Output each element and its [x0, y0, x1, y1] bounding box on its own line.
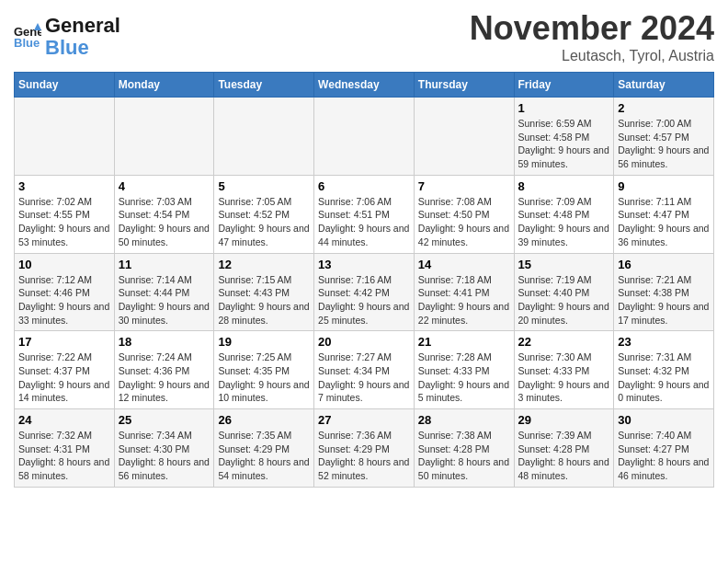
day-info: Sunrise: 7:31 AM Sunset: 4:32 PM Dayligh… — [618, 350, 710, 405]
day-info: Sunrise: 7:38 AM Sunset: 4:28 PM Dayligh… — [418, 429, 510, 483]
day-info: Sunrise: 7:18 AM Sunset: 4:41 PM Dayligh… — [418, 273, 510, 327]
day-info: Sunrise: 7:22 AM Sunset: 4:37 PM Dayligh… — [18, 350, 110, 405]
calendar-cell: 22Sunrise: 7:30 AM Sunset: 4:33 PM Dayli… — [514, 331, 614, 409]
day-info: Sunrise: 7:03 AM Sunset: 4:54 PM Dayligh… — [119, 195, 210, 249]
day-info: Sunrise: 7:36 AM Sunset: 4:29 PM Dayligh… — [318, 429, 410, 483]
calendar-cell: 24Sunrise: 7:32 AM Sunset: 4:31 PM Dayli… — [15, 409, 115, 488]
calendar-week-1: 1Sunrise: 6:59 AM Sunset: 4:58 PM Daylig… — [15, 98, 714, 176]
calendar-cell: 4Sunrise: 7:03 AM Sunset: 4:54 PM Daylig… — [114, 175, 214, 253]
calendar-cell: 7Sunrise: 7:08 AM Sunset: 4:50 PM Daylig… — [414, 175, 514, 253]
day-number: 2 — [618, 101, 710, 115]
day-info: Sunrise: 7:40 AM Sunset: 4:27 PM Dayligh… — [618, 429, 710, 483]
day-number: 8 — [518, 179, 610, 193]
calendar-cell — [114, 98, 214, 176]
calendar-cell: 9Sunrise: 7:11 AM Sunset: 4:47 PM Daylig… — [614, 175, 714, 253]
day-number: 4 — [119, 179, 210, 193]
day-info: Sunrise: 7:00 AM Sunset: 4:57 PM Dayligh… — [618, 117, 710, 171]
day-info: Sunrise: 7:06 AM Sunset: 4:51 PM Dayligh… — [318, 195, 410, 249]
day-info: Sunrise: 7:09 AM Sunset: 4:48 PM Dayligh… — [518, 195, 610, 249]
calendar-week-4: 17Sunrise: 7:22 AM Sunset: 4:37 PM Dayli… — [15, 331, 714, 409]
day-header-saturday: Saturday — [614, 73, 714, 98]
day-number: 29 — [518, 413, 610, 427]
day-header-wednesday: Wednesday — [314, 73, 415, 98]
day-info: Sunrise: 7:35 AM Sunset: 4:29 PM Dayligh… — [218, 429, 310, 483]
day-number: 24 — [18, 413, 110, 427]
day-info: Sunrise: 7:30 AM Sunset: 4:33 PM Dayligh… — [518, 350, 610, 405]
day-number: 7 — [418, 179, 510, 193]
day-number: 20 — [318, 335, 410, 349]
day-number: 11 — [119, 258, 210, 271]
day-header-friday: Friday — [514, 73, 614, 98]
day-info: Sunrise: 7:11 AM Sunset: 4:47 PM Dayligh… — [618, 195, 710, 249]
day-info: Sunrise: 7:14 AM Sunset: 4:44 PM Dayligh… — [119, 273, 210, 327]
calendar-cell: 17Sunrise: 7:22 AM Sunset: 4:37 PM Dayli… — [15, 331, 115, 409]
calendar-cell: 20Sunrise: 7:27 AM Sunset: 4:34 PM Dayli… — [314, 331, 415, 409]
calendar-week-5: 24Sunrise: 7:32 AM Sunset: 4:31 PM Dayli… — [15, 409, 714, 488]
calendar-cell: 26Sunrise: 7:35 AM Sunset: 4:29 PM Dayli… — [214, 409, 314, 488]
calendar-cell: 11Sunrise: 7:14 AM Sunset: 4:44 PM Dayli… — [114, 253, 214, 331]
calendar-cell: 25Sunrise: 7:34 AM Sunset: 4:30 PM Dayli… — [114, 409, 214, 488]
logo: General Blue General Blue — [14, 15, 120, 59]
day-info: Sunrise: 7:39 AM Sunset: 4:28 PM Dayligh… — [518, 429, 610, 483]
day-info: Sunrise: 6:59 AM Sunset: 4:58 PM Dayligh… — [518, 117, 610, 171]
day-header-sunday: Sunday — [15, 73, 115, 98]
calendar-cell: 19Sunrise: 7:25 AM Sunset: 4:35 PM Dayli… — [214, 331, 314, 409]
header: General Blue General Blue November 2024 … — [14, 9, 714, 64]
page-container: General Blue General Blue November 2024 … — [0, 0, 728, 497]
day-number: 23 — [618, 335, 710, 349]
logo-line1: General — [45, 15, 120, 37]
day-info: Sunrise: 7:19 AM Sunset: 4:40 PM Dayligh… — [518, 273, 610, 327]
day-number: 14 — [418, 258, 510, 271]
day-info: Sunrise: 7:08 AM Sunset: 4:50 PM Dayligh… — [418, 195, 510, 249]
day-info: Sunrise: 7:34 AM Sunset: 4:30 PM Dayligh… — [119, 429, 210, 483]
calendar-cell: 18Sunrise: 7:24 AM Sunset: 4:36 PM Dayli… — [114, 331, 214, 409]
day-info: Sunrise: 7:15 AM Sunset: 4:43 PM Dayligh… — [218, 273, 310, 327]
day-info: Sunrise: 7:02 AM Sunset: 4:55 PM Dayligh… — [18, 195, 110, 249]
day-info: Sunrise: 7:12 AM Sunset: 4:46 PM Dayligh… — [18, 273, 110, 327]
calendar-cell: 13Sunrise: 7:16 AM Sunset: 4:42 PM Dayli… — [314, 253, 415, 331]
day-number: 25 — [119, 413, 210, 427]
calendar-cell: 6Sunrise: 7:06 AM Sunset: 4:51 PM Daylig… — [314, 175, 415, 253]
day-number: 21 — [418, 335, 510, 349]
day-number: 13 — [318, 258, 410, 271]
calendar-cell: 21Sunrise: 7:28 AM Sunset: 4:33 PM Dayli… — [414, 331, 514, 409]
calendar-cell: 14Sunrise: 7:18 AM Sunset: 4:41 PM Dayli… — [414, 253, 514, 331]
day-number: 16 — [618, 258, 710, 271]
calendar-cell: 8Sunrise: 7:09 AM Sunset: 4:48 PM Daylig… — [514, 175, 614, 253]
calendar-cell: 23Sunrise: 7:31 AM Sunset: 4:32 PM Dayli… — [614, 331, 714, 409]
day-info: Sunrise: 7:24 AM Sunset: 4:36 PM Dayligh… — [119, 350, 210, 405]
day-number: 28 — [418, 413, 510, 427]
month-title: November 2024 — [470, 9, 714, 48]
calendar-cell: 2Sunrise: 7:00 AM Sunset: 4:57 PM Daylig… — [614, 98, 714, 176]
day-number: 12 — [218, 258, 310, 271]
day-number: 3 — [18, 179, 110, 193]
calendar-cell: 30Sunrise: 7:40 AM Sunset: 4:27 PM Dayli… — [614, 409, 714, 488]
calendar-cell: 12Sunrise: 7:15 AM Sunset: 4:43 PM Dayli… — [214, 253, 314, 331]
day-number: 17 — [18, 335, 110, 349]
day-number: 6 — [318, 179, 410, 193]
day-number: 22 — [518, 335, 610, 349]
day-info: Sunrise: 7:16 AM Sunset: 4:42 PM Dayligh… — [318, 273, 410, 327]
title-block: November 2024 Leutasch, Tyrol, Austria — [470, 9, 714, 64]
svg-text:Blue: Blue — [14, 36, 40, 50]
logo-line2: Blue — [45, 36, 89, 59]
day-info: Sunrise: 7:32 AM Sunset: 4:31 PM Dayligh… — [18, 429, 110, 483]
calendar-cell: 5Sunrise: 7:05 AM Sunset: 4:52 PM Daylig… — [214, 175, 314, 253]
calendar-table: SundayMondayTuesdayWednesdayThursdayFrid… — [14, 72, 714, 488]
calendar-cell — [414, 98, 514, 176]
day-info: Sunrise: 7:25 AM Sunset: 4:35 PM Dayligh… — [218, 350, 310, 405]
day-info: Sunrise: 7:28 AM Sunset: 4:33 PM Dayligh… — [418, 350, 510, 405]
day-number: 10 — [18, 258, 110, 271]
calendar-body: 1Sunrise: 6:59 AM Sunset: 4:58 PM Daylig… — [15, 98, 714, 488]
calendar-cell: 28Sunrise: 7:38 AM Sunset: 4:28 PM Dayli… — [414, 409, 514, 488]
day-info: Sunrise: 7:27 AM Sunset: 4:34 PM Dayligh… — [318, 350, 410, 405]
day-header-tuesday: Tuesday — [214, 73, 314, 98]
calendar-cell: 27Sunrise: 7:36 AM Sunset: 4:29 PM Dayli… — [314, 409, 415, 488]
calendar-cell — [214, 98, 314, 176]
location: Leutasch, Tyrol, Austria — [470, 48, 714, 64]
calendar-cell: 15Sunrise: 7:19 AM Sunset: 4:40 PM Dayli… — [514, 253, 614, 331]
calendar-cell — [15, 98, 115, 176]
day-header-monday: Monday — [114, 73, 214, 98]
day-number: 15 — [518, 258, 610, 271]
calendar-cell: 10Sunrise: 7:12 AM Sunset: 4:46 PM Dayli… — [15, 253, 115, 331]
